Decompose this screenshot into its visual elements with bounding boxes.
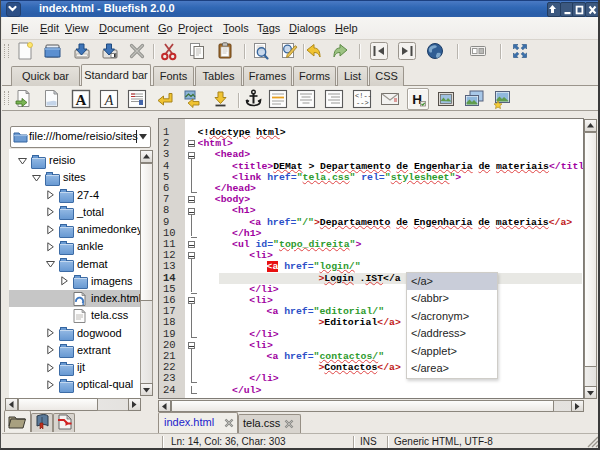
svg-text:A: A [76,92,87,108]
svg-text:A: A [104,93,114,108]
svg-text:-->: --> [356,99,369,107]
